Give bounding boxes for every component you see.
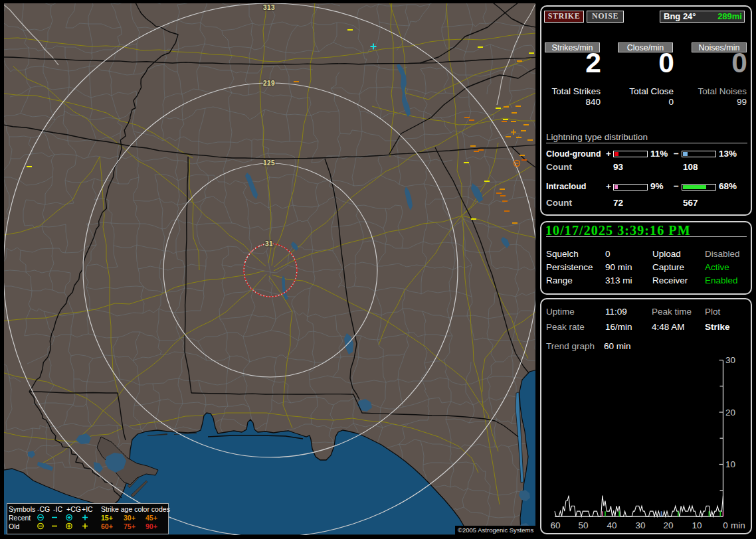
svg-text:313: 313: [263, 4, 275, 11]
svg-text:125: 125: [263, 159, 275, 167]
svg-text:219: 219: [263, 80, 275, 87]
svg-text:31: 31: [265, 240, 273, 248]
